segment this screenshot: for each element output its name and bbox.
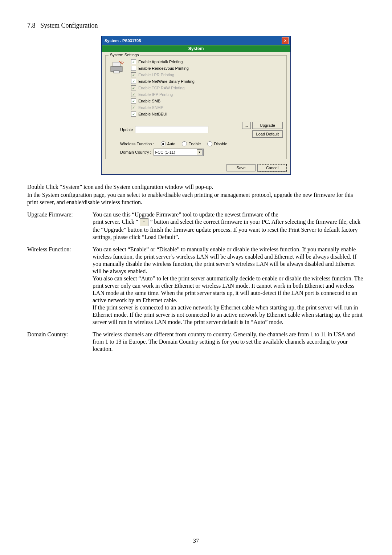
radio-enable[interactable] [182, 141, 187, 146]
checkbox: ✓ [131, 72, 136, 77]
wireless-function-def-label: Wireless Function: [27, 246, 93, 326]
checkbox-row: ✓Enable LPR Printing [131, 72, 283, 78]
svg-rect-2 [114, 71, 119, 73]
cancel-button[interactable]: Cancel [258, 164, 287, 171]
title-bar: System - PS031705 × [102, 36, 290, 45]
radio-auto[interactable] [161, 141, 166, 146]
load-default-button[interactable]: Load Default [252, 130, 283, 138]
checkbox: ✓ [131, 92, 136, 97]
checkbox-label: Enable SNMP [138, 105, 163, 110]
paragraph-1: Double Click “System” icon and the Syste… [27, 183, 365, 191]
dialog-title: System - PS031705 [105, 39, 282, 43]
checkbox-label: Enable Appletalk Printing [138, 60, 183, 64]
checkbox-label: Enable TCP RAW Printing [138, 86, 185, 90]
save-button[interactable]: Save [226, 164, 256, 171]
chevron-down-icon[interactable]: ▼ [197, 149, 203, 155]
group-legend: System Settings [109, 53, 140, 57]
body-text: Double Click “System” icon and the Syste… [27, 183, 365, 353]
strip-label: System [188, 46, 204, 51]
paragraph-2: In the System configuration page, you ca… [27, 191, 365, 206]
checkbox-label: Enable SMB [138, 99, 160, 103]
page-number: 37 [0, 538, 392, 544]
update-input[interactable] [135, 126, 208, 133]
checkbox[interactable] [131, 66, 136, 71]
checkbox[interactable]: ✓ [131, 59, 136, 64]
checkbox-label: Enable IPP Printing [138, 92, 173, 97]
radio-enable-label: Enable [188, 142, 201, 146]
section-number: 7.8 [27, 22, 36, 29]
upgrade-button[interactable]: Upgrade [252, 122, 283, 129]
checkbox-row: ✓Enable Appletalk Printing [131, 58, 283, 65]
close-icon[interactable]: × [282, 37, 289, 44]
domain-country-text: The wireless channels are different from… [93, 331, 365, 353]
checkbox-column: ✓Enable Appletalk PrintingEnable Rendezv… [131, 58, 283, 117]
section-title: System Configuration [40, 22, 98, 29]
checkbox-row: ✓Enable SMB [131, 98, 283, 104]
domain-country-label: Domain Country : [120, 150, 151, 154]
domain-country-def-label: Domain Country: [27, 331, 93, 353]
checkbox: ✓ [131, 105, 136, 110]
radio-disable[interactable] [207, 141, 212, 146]
checkbox-label: Enable NetBEUI [138, 112, 167, 116]
checkbox-row: ✓Enable SNMP [131, 104, 283, 111]
checkbox-label: Enable NetWare Binary Printing [138, 79, 195, 84]
section-strip: System [102, 45, 290, 52]
combo-value: FCC (1-11) [155, 150, 175, 154]
system-settings-group: System Settings ✓ [105, 55, 287, 159]
update-label: Update [120, 127, 133, 132]
wireless-function-label: Wireless Function : [120, 142, 154, 146]
checkbox-label: Enable Rendezvous Printing [138, 66, 189, 70]
system-dialog: System - PS031705 × System System Settin… [101, 36, 291, 175]
checkbox-row: ✓Enable NetBEUI [131, 111, 283, 117]
svg-rect-1 [113, 62, 120, 66]
upgrade-firmware-text: You can use this “Upgrade Firmware” tool… [93, 211, 365, 241]
checkbox-row: Enable Rendezvous Printing [131, 65, 283, 72]
radio-disable-label: Disable [214, 142, 227, 146]
checkbox[interactable]: ✓ [131, 98, 136, 104]
checkbox-row: ✓Enable IPP Printing [131, 91, 283, 98]
browse-icon: ... [140, 218, 148, 226]
checkbox[interactable]: ✓ [131, 79, 136, 84]
checkbox-label: Enable LPR Printing [138, 73, 174, 77]
section-heading: 7.8 System Configuration [27, 22, 365, 29]
printer-icon [109, 60, 124, 74]
checkbox: ✓ [131, 85, 136, 90]
upgrade-firmware-label: Upgrade Firmware: [27, 211, 93, 241]
checkbox-row: ✓Enable TCP RAW Printing [131, 85, 283, 91]
radio-auto-label: Auto [167, 142, 176, 146]
browse-button[interactable]: ... [242, 122, 251, 129]
domain-country-combo[interactable]: FCC (1-11) ▼ [154, 149, 204, 156]
wireless-function-text: You can select “Enable” or “Disable” to … [93, 246, 365, 326]
checkbox-row: ✓Enable NetWare Binary Printing [131, 78, 283, 85]
checkbox[interactable]: ✓ [131, 112, 136, 117]
